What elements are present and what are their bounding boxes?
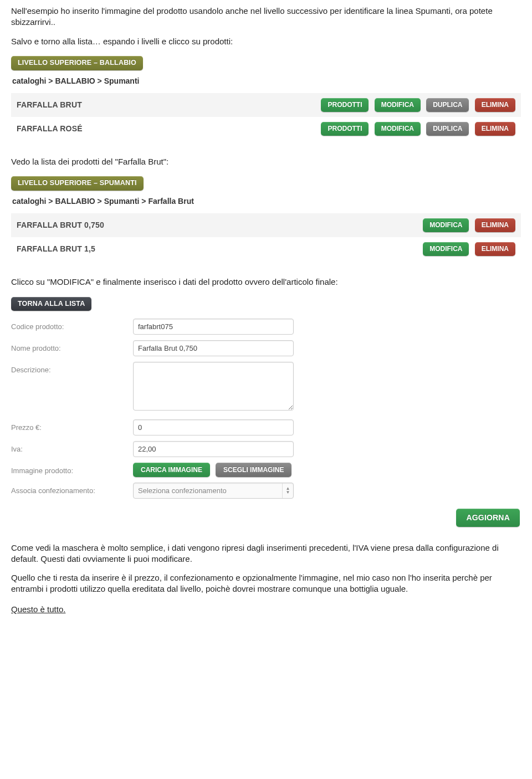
prezzo-input[interactable]: [133, 419, 294, 435]
breadcrumb-1: cataloghi > BALLABIO > Spumanti: [12, 76, 521, 86]
parent-level-badge-1[interactable]: LIVELLO SUPERIORE – BALLABIO: [11, 56, 143, 70]
confezionamento-select[interactable]: [133, 483, 294, 499]
mid-para-1: Vedo la lista dei prodotti del "Farfalla…: [11, 156, 521, 167]
table-row: FARFALLA BRUT 0,750 MODIFICA ELIMINA: [11, 213, 521, 237]
modifica-button[interactable]: MODIFICA: [423, 218, 469, 232]
prodotti-button[interactable]: PRODOTTI: [321, 122, 369, 136]
breadcrumb-2: cataloghi > BALLABIO > Spumanti > Farfal…: [12, 196, 521, 207]
elimina-button[interactable]: ELIMINA: [475, 242, 515, 256]
label-iva: Iva:: [11, 441, 133, 454]
elimina-button[interactable]: ELIMINA: [475, 218, 515, 232]
table-row: FARFALLA BRUT PRODOTTI MODIFICA DUPLICA …: [11, 93, 521, 117]
outro-para-1: Come vedi la maschera è molto semplice, …: [11, 542, 521, 565]
table-row: FARFALLA BRUT 1,5 MODIFICA ELIMINA: [11, 237, 521, 261]
duplica-button[interactable]: DUPLICA: [426, 122, 469, 136]
row-name: FARFALLA BRUT: [11, 93, 149, 117]
choose-image-button[interactable]: SCEGLI IMMAGINE: [216, 463, 291, 477]
row-name: FARFALLA ROSÉ: [11, 117, 149, 141]
catalog-screenshot-1: LIVELLO SUPERIORE – BALLABIO cataloghi >…: [11, 56, 521, 141]
intro-para-1: Nell'esempio ho inserito l'immagine del …: [11, 6, 521, 28]
modifica-button[interactable]: MODIFICA: [375, 98, 421, 112]
parent-level-badge-2[interactable]: LIVELLO SUPERIORE – SPUMANTI: [11, 176, 144, 191]
prodotti-button[interactable]: PRODOTTI: [321, 98, 369, 112]
elimina-button[interactable]: ELIMINA: [475, 122, 515, 136]
label-immagine: Immagine prodotto:: [11, 463, 133, 476]
modifica-button[interactable]: MODIFICA: [423, 242, 469, 256]
catalog-table-1: FARFALLA BRUT PRODOTTI MODIFICA DUPLICA …: [11, 93, 521, 141]
product-form: Codice prodotto: Nome prodotto: Descrizi…: [11, 319, 305, 498]
mid2-para-1: Clicco su "MODIFICA" e finalmente inseri…: [11, 276, 521, 288]
row-name: FARFALLA BRUT 1,5: [11, 237, 256, 261]
catalog-table-2: FARFALLA BRUT 0,750 MODIFICA ELIMINA FAR…: [11, 213, 521, 261]
duplica-button[interactable]: DUPLICA: [426, 98, 469, 112]
descrizione-input[interactable]: [133, 362, 294, 411]
table-row: FARFALLA ROSÉ PRODOTTI MODIFICA DUPLICA …: [11, 117, 521, 141]
row-name: FARFALLA BRUT 0,750: [11, 213, 256, 237]
elimina-button[interactable]: ELIMINA: [475, 98, 515, 112]
outro-para-3: Questo è tutto.: [11, 604, 521, 615]
nome-input[interactable]: [133, 340, 294, 356]
aggiorna-button[interactable]: AGGIORNA: [456, 509, 520, 527]
label-confezionamento: Associa confezionamento:: [11, 483, 133, 496]
intro-para-2: Salvo e torno alla lista… espando i live…: [11, 36, 521, 47]
modifica-button[interactable]: MODIFICA: [375, 122, 421, 136]
label-descrizione: Descrizione:: [11, 362, 133, 375]
label-codice: Codice prodotto:: [11, 319, 133, 332]
label-nome: Nome prodotto:: [11, 340, 133, 353]
upload-image-button[interactable]: CARICA IMMAGINE: [133, 463, 210, 477]
product-form-screenshot: TORNA ALLA LISTA Codice prodotto: Nome p…: [11, 297, 521, 527]
outro-para-2: Quello che ti resta da inserire è il pre…: [11, 572, 521, 595]
codice-input[interactable]: [133, 319, 294, 335]
back-to-list-button[interactable]: TORNA ALLA LISTA: [11, 297, 91, 311]
catalog-screenshot-2: LIVELLO SUPERIORE – SPUMANTI cataloghi >…: [11, 176, 521, 261]
iva-input[interactable]: [133, 441, 294, 457]
label-prezzo: Prezzo €:: [11, 419, 133, 433]
